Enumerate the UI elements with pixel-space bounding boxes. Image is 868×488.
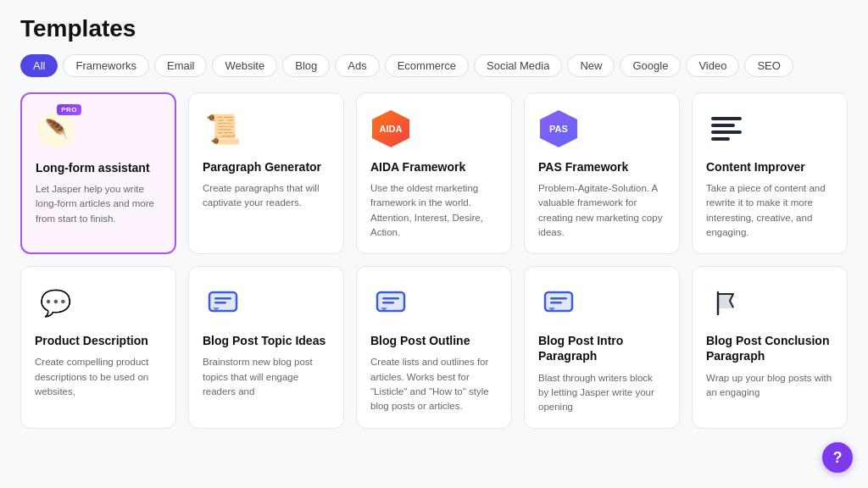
card-title-blog-intro: Blog Post Intro Paragraph [538,333,665,363]
chat-icon [542,286,576,319]
card-title-long-form: Long-form assistant [36,160,161,175]
svg-rect-7 [382,302,394,304]
card-desc-product-desc: Create compelling product descriptions t… [35,355,162,399]
card-desc-blog-outline: Create lists and outlines for articles. … [370,355,498,413]
bubble-icon: 💬 [40,288,71,318]
card-desc-blog-intro: Blast through writers block by letting J… [538,371,665,415]
filter-btn-all[interactable]: All [20,54,58,77]
card-desc-content-improver: Take a piece of content and rewrite it t… [706,181,833,240]
card-title-content-improver: Content Improver [706,159,833,175]
filter-btn-email[interactable]: Email [154,54,208,77]
card-content-improver[interactable]: Content ImproverTake a piece of content … [692,92,848,254]
card-desc-aida: Use the oldest marketing framework in th… [370,181,498,240]
svg-rect-11 [550,302,562,304]
card-icon-blog-intro [538,282,579,323]
template-grid: 🪶PROLong-form assistantLet Jasper help y… [20,92,848,429]
card-desc-blog-conclusion: Wrap up your blog posts with an engaging [706,371,833,401]
pas-icon: PAS [540,110,577,147]
card-blog-conclusion[interactable]: Blog Post Conclusion ParagraphWrap up yo… [692,266,848,429]
filter-btn-seo[interactable]: SEO [744,54,793,77]
lines-icon [711,117,742,141]
card-blog-topic[interactable]: Blog Post Topic IdeasBrainstorm new blog… [188,266,344,429]
card-icon-aida: AIDA [370,108,411,149]
card-blog-outline[interactable]: Blog Post OutlineCreate lists and outlin… [356,266,512,429]
quill-icon: 🪶 [37,111,75,148]
filter-btn-video[interactable]: Video [686,54,739,77]
svg-rect-10 [550,297,567,300]
card-blog-intro[interactable]: Blog Post Intro ParagraphBlast through w… [524,266,680,429]
card-icon-content-improver [706,108,747,149]
card-desc-paragraph-gen: Create paragraphs that will captivate yo… [203,181,330,211]
aida-icon: AIDA [372,110,409,147]
page-title: Templates [20,15,848,42]
card-title-paragraph-gen: Paragraph Generator [203,159,330,175]
card-title-blog-outline: Blog Post Outline [370,333,498,348]
card-long-form[interactable]: 🪶PROLong-form assistantLet Jasper help y… [20,92,176,254]
chat-icon [374,286,408,319]
card-desc-blog-topic: Brainstorm new blog post topics that wil… [203,355,330,399]
card-icon-product-desc: 💬 [35,282,75,323]
card-title-pas: PAS Framework [538,159,665,175]
filter-btn-social-media[interactable]: Social Media [474,54,562,77]
card-title-product-desc: Product Description [35,333,162,348]
card-icon-blog-conclusion [706,282,747,323]
card-title-blog-topic: Blog Post Topic Ideas [203,333,330,348]
card-icon-paragraph-gen: 📜 [203,108,243,149]
svg-rect-2 [214,297,231,300]
filter-btn-google[interactable]: Google [620,54,681,77]
svg-rect-3 [214,302,226,304]
card-desc-long-form: Let Jasper help you write long-form arti… [36,182,161,226]
card-desc-pas: Problem-Agitate-Solution. A valuable fra… [538,181,665,240]
card-pas[interactable]: PASPAS FrameworkProblem-Agitate-Solution… [524,92,680,254]
pro-badge: PRO [57,104,81,115]
templates-page: Templates AllFrameworksEmailWebsiteBlogA… [0,0,868,488]
svg-rect-6 [382,297,399,300]
card-icon-pas: PAS [538,108,579,149]
card-product-desc[interactable]: 💬Product DescriptionCreate compelling pr… [20,266,176,429]
filter-btn-new[interactable]: New [567,54,615,77]
filter-btn-ecommerce[interactable]: Ecommerce [385,54,469,77]
filter-btn-frameworks[interactable]: Frameworks [63,54,149,77]
card-paragraph-gen[interactable]: 📜Paragraph GeneratorCreate paragraphs th… [188,92,344,254]
filter-btn-ads[interactable]: Ads [335,54,379,77]
card-aida[interactable]: AIDAAIDA FrameworkUse the oldest marketi… [356,92,512,254]
help-button[interactable]: ? [822,442,853,473]
card-title-aida: AIDA Framework [370,159,498,175]
card-icon-blog-outline [370,282,411,323]
filter-btn-website[interactable]: Website [212,54,277,77]
card-title-blog-conclusion: Blog Post Conclusion Paragraph [706,333,833,363]
filter-btn-blog[interactable]: Blog [282,54,330,77]
card-icon-long-form: 🪶PRO [36,109,76,150]
card-icon-blog-topic [203,282,243,323]
filter-bar: AllFrameworksEmailWebsiteBlogAdsEcommerc… [20,54,848,77]
flag-icon [709,286,743,319]
chat-icon [206,286,240,319]
scroll-icon: 📜 [205,112,241,146]
